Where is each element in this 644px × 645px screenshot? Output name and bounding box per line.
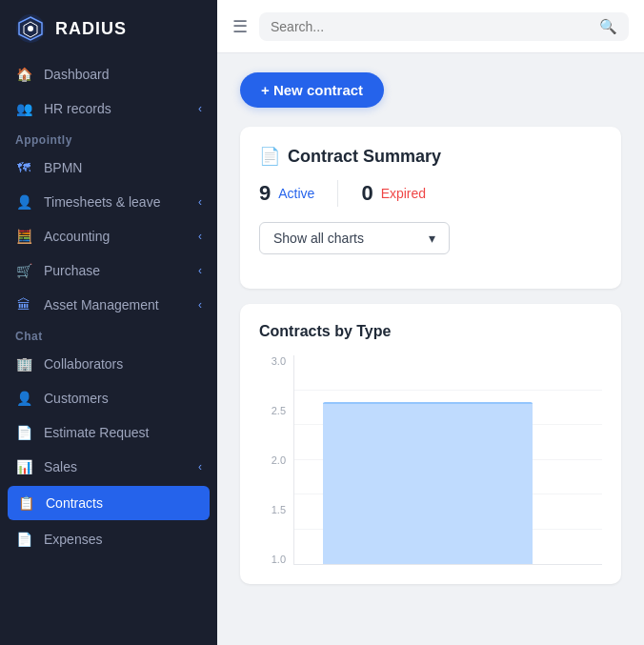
bar-container xyxy=(323,402,533,564)
app-name: RADIUS xyxy=(55,19,127,39)
home-icon: 🏠 xyxy=(15,67,32,82)
active-count: 9 xyxy=(259,181,271,206)
search-bar: 🔍 xyxy=(259,12,629,41)
card-title-text: Contract Summary xyxy=(288,147,441,167)
contract-icon: 📋 xyxy=(17,495,34,511)
sidebar-item-estimate-request[interactable]: 📄 Estimate Request xyxy=(0,415,217,450)
dropdown-row: Show all charts ▾ xyxy=(259,222,602,254)
chart-area: 3.0 2.5 2.0 1.5 1.0 xyxy=(259,355,602,565)
dropdown-label: Show all charts xyxy=(273,231,364,246)
sidebar-item-label: Estimate Request xyxy=(44,425,150,440)
sidebar-item-hr-records[interactable]: 👥 HR records ‹ xyxy=(0,91,217,126)
calculator-icon: 🧮 xyxy=(15,229,32,244)
chevron-down-icon: ▾ xyxy=(429,231,435,246)
chart-card: Contracts by Type 3.0 2.5 2.0 1.5 1.0 xyxy=(240,304,621,584)
stat-divider xyxy=(337,180,338,207)
main-content: ☰ 🔍 + New contract 📄 Contract Summary 9 … xyxy=(217,0,644,645)
y-label-1: 1.0 xyxy=(259,554,293,565)
sidebar-item-collaborators[interactable]: 🏢 Collaborators xyxy=(0,347,217,381)
sidebar-item-purchase[interactable]: 🛒 Purchase ‹ xyxy=(0,253,217,288)
sidebar-item-dashboard[interactable]: 🏠 Dashboard xyxy=(0,57,217,91)
contract-summary-card: 📄 Contract Summary 9 Active 0 Expired Sh… xyxy=(240,127,621,289)
sidebar-item-customers[interactable]: 👤 Customers xyxy=(0,381,217,415)
sidebar-item-label: Dashboard xyxy=(44,67,110,82)
chart-title: Contracts by Type xyxy=(259,323,602,340)
sidebar: RADIUS 🏠 Dashboard 👥 HR records ‹ Appoin… xyxy=(0,0,217,645)
stats-row: 9 Active 0 Expired xyxy=(259,180,602,207)
sidebar-item-label: Timesheets & leave xyxy=(44,194,160,210)
sidebar-item-label: Accounting xyxy=(44,229,110,244)
sidebar-item-timesheets[interactable]: 👤 Timesheets & leave ‹ xyxy=(0,185,217,219)
chart-grid xyxy=(293,355,602,565)
hamburger-icon[interactable]: ☰ xyxy=(232,16,248,37)
sidebar-item-label: BPMN xyxy=(44,160,82,175)
chevron-icon: ‹ xyxy=(198,230,202,243)
customer-icon: 👤 xyxy=(15,391,32,406)
expired-count: 0 xyxy=(361,181,372,206)
sidebar-item-accounting[interactable]: 🧮 Accounting ‹ xyxy=(0,219,217,253)
chevron-icon: ‹ xyxy=(198,460,202,474)
sidebar-item-sales[interactable]: 📊 Sales ‹ xyxy=(0,450,217,484)
y-label-3: 3.0 xyxy=(259,355,293,367)
logo-icon xyxy=(15,13,46,44)
grid-line xyxy=(294,390,602,391)
category-appointly: Appointly xyxy=(0,126,217,151)
sidebar-item-label: Sales xyxy=(44,459,77,474)
chart-icon: 📊 xyxy=(15,459,32,474)
app-logo: RADIUS xyxy=(0,0,217,57)
expired-stat: 0 Expired xyxy=(361,181,449,206)
sidebar-item-label: Asset Management xyxy=(44,297,159,312)
sidebar-item-label: Contracts xyxy=(46,495,103,511)
active-label: Active xyxy=(278,186,314,201)
action-bar: + New contract xyxy=(240,72,621,108)
svg-point-3 xyxy=(28,26,33,31)
people-icon: 👥 xyxy=(15,101,32,116)
search-icon: 🔍 xyxy=(599,18,617,35)
cart-icon: 🛒 xyxy=(15,263,32,278)
sidebar-item-label: Expenses xyxy=(44,532,102,547)
sidebar-item-label: Collaborators xyxy=(44,356,123,372)
sidebar-item-contracts[interactable]: 📋 Contracts xyxy=(8,486,210,520)
sidebar-item-label: Purchase xyxy=(44,263,100,278)
y-axis: 3.0 2.5 2.0 1.5 1.0 xyxy=(259,355,293,565)
summary-doc-icon: 📄 xyxy=(259,146,280,167)
chart-bar xyxy=(323,402,533,564)
y-label-25: 2.5 xyxy=(259,405,293,416)
active-stat: 9 Active xyxy=(259,181,337,206)
doc-icon: 📄 xyxy=(15,425,32,440)
expired-label: Expired xyxy=(381,186,426,201)
chevron-icon: ‹ xyxy=(198,264,202,277)
topbar: ☰ 🔍 xyxy=(217,0,644,53)
search-input[interactable] xyxy=(271,19,592,34)
office-icon: 🏢 xyxy=(15,356,32,372)
building-icon: 🏛 xyxy=(15,297,32,312)
sidebar-item-expenses[interactable]: 📄 Expenses xyxy=(0,522,217,556)
chevron-icon: ‹ xyxy=(198,298,202,312)
new-contract-button[interactable]: + New contract xyxy=(240,72,384,108)
sidebar-item-label: HR records xyxy=(44,101,111,116)
chevron-icon: ‹ xyxy=(198,102,202,115)
clock-icon: 👤 xyxy=(15,194,32,210)
sidebar-item-bpmn[interactable]: 🗺 BPMN xyxy=(0,151,217,185)
y-label-2: 2.0 xyxy=(259,454,293,466)
category-chat: Chat xyxy=(0,322,217,347)
sidebar-item-asset-management[interactable]: 🏛 Asset Management ‹ xyxy=(0,288,217,322)
contract-summary-title: 📄 Contract Summary xyxy=(259,146,602,167)
sidebar-item-label: Customers xyxy=(44,391,109,406)
chevron-icon: ‹ xyxy=(198,195,202,209)
map-icon: 🗺 xyxy=(15,160,32,175)
sidebar-navigation: 🏠 Dashboard 👥 HR records ‹ Appointly 🗺 B… xyxy=(0,57,217,645)
y-label-15: 1.5 xyxy=(259,504,293,515)
expense-icon: 📄 xyxy=(15,532,32,547)
show-all-charts-dropdown[interactable]: Show all charts ▾ xyxy=(259,222,450,254)
page-content: + New contract 📄 Contract Summary 9 Acti… xyxy=(217,53,644,645)
